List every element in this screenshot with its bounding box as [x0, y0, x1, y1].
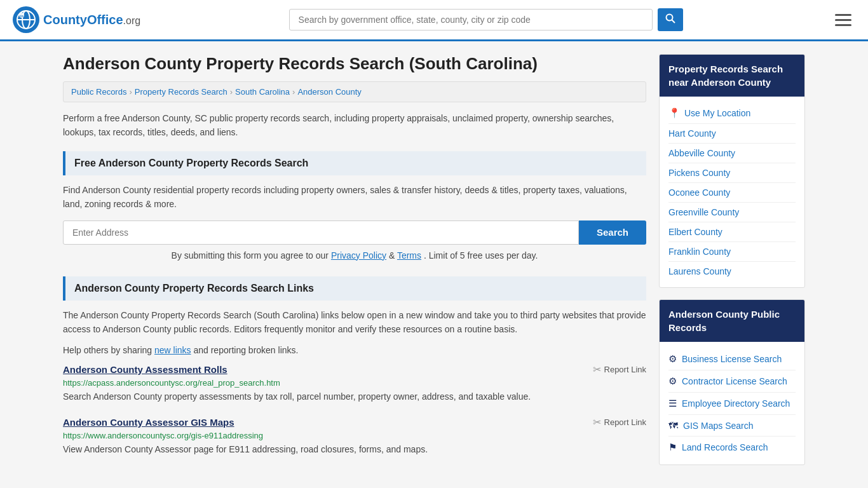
public-record-link-0[interactable]: Business License Search — [682, 354, 782, 364]
address-search-input[interactable] — [63, 220, 579, 245]
record-link-title-1[interactable]: Anderson County Assessor GIS Maps — [63, 417, 234, 428]
logo-text: CountyOffice.org — [43, 13, 140, 27]
record-link-url-0: https://acpass.andersoncountysc.org/real… — [63, 378, 646, 388]
global-search-area — [289, 8, 683, 31]
terms-link[interactable]: Terms — [397, 250, 421, 261]
menu-bar-1 — [835, 14, 851, 16]
public-record-item-row: ⚙ Business License Search — [668, 348, 796, 370]
location-pin-icon: 📍 — [668, 107, 681, 119]
logo-icon: co — [13, 6, 39, 33]
nearby-counties-list: Hart CountyAbbeville CountyPickens Count… — [668, 124, 796, 281]
nearby-county-row: Oconee County — [668, 183, 796, 203]
links-section-header: Anderson County Property Records Search … — [63, 276, 646, 301]
report-link-label-0: Report Link — [604, 365, 646, 374]
public-record-link-4[interactable]: Land Records Search — [682, 442, 768, 452]
public-record-icon-0: ⚙ — [668, 353, 677, 365]
nearby-county-link-0[interactable]: Hart County — [668, 128, 716, 139]
nearby-county-row: Greenville County — [668, 203, 796, 222]
global-search-button[interactable] — [658, 8, 683, 31]
nearby-county-row: Elbert County — [668, 222, 796, 242]
nearby-county-row: Franklin County — [668, 242, 796, 262]
record-links-container: Anderson County Assessment Rolls ✂ Repor… — [63, 363, 646, 456]
links-section: Anderson County Property Records Search … — [63, 276, 646, 456]
breadcrumb: Public Records › Property Records Search… — [63, 81, 646, 102]
breadcrumb-sep-1: › — [129, 87, 132, 97]
nearby-county-link-5[interactable]: Elbert County — [668, 227, 722, 237]
public-records-list: ⚙ Business License Search ⚙ Contractor L… — [668, 348, 796, 458]
record-link-desc-0: Search Anderson County property assessme… — [63, 390, 646, 403]
record-link-item: Anderson County Assessor GIS Maps ✂ Repo… — [63, 416, 646, 456]
report-icon-1: ✂ — [593, 416, 601, 428]
record-link-title-0[interactable]: Anderson County Assessment Rolls — [63, 364, 227, 375]
main-layout: Anderson County Property Records Search … — [53, 41, 815, 488]
nearby-counties-header: Property Records Search near Anderson Co… — [660, 55, 804, 97]
breadcrumb-south-carolina[interactable]: South Carolina — [235, 87, 290, 97]
address-search-button[interactable]: Search — [579, 220, 646, 245]
nearby-county-row: Laurens County — [668, 262, 796, 281]
nearby-county-link-6[interactable]: Franklin County — [668, 247, 731, 257]
share-line: Help others by sharing new links and rep… — [63, 343, 646, 357]
site-header: co CountyOffice.org — [0, 0, 868, 41]
public-records-content: ⚙ Business License Search ⚙ Contractor L… — [660, 342, 804, 464]
sidebar: Property Records Search near Anderson Co… — [659, 54, 805, 477]
public-record-item-row: ☰ Employee Directory Search — [668, 393, 796, 415]
nearby-county-row: Abbeville County — [668, 144, 796, 163]
record-link-header: Anderson County Assessor GIS Maps ✂ Repo… — [63, 416, 646, 428]
public-record-item-row: ⚑ Land Records Search — [668, 437, 796, 458]
svg-point-6 — [666, 15, 672, 21]
free-search-header: Free Anderson County Property Records Se… — [63, 151, 646, 175]
public-records-header: Anderson County Public Records — [660, 300, 804, 342]
breadcrumb-public-records[interactable]: Public Records — [71, 87, 126, 97]
new-links-link[interactable]: new links — [154, 345, 191, 355]
public-record-icon-4: ⚑ — [668, 442, 677, 453]
report-icon-0: ✂ — [593, 363, 601, 376]
public-records-box: Anderson County Public Records ⚙ Busines… — [659, 299, 805, 465]
breadcrumb-anderson-county[interactable]: Anderson County — [297, 87, 361, 97]
record-link-header: Anderson County Assessment Rolls ✂ Repor… — [63, 363, 646, 376]
privacy-policy-link[interactable]: Privacy Policy — [331, 250, 386, 261]
breadcrumb-sep-2: › — [230, 87, 233, 97]
breadcrumb-sep-3: › — [292, 87, 295, 97]
public-record-icon-3: 🗺 — [668, 420, 678, 431]
public-record-link-2[interactable]: Employee Directory Search — [682, 398, 790, 409]
nearby-county-link-7[interactable]: Laurens County — [668, 266, 731, 276]
links-intro: The Anderson County Property Records Sea… — [63, 308, 646, 337]
report-link-button-1[interactable]: ✂ Report Link — [593, 416, 646, 428]
public-record-item-row: ⚙ Contractor License Search — [668, 370, 796, 393]
logo-area[interactable]: co CountyOffice.org — [13, 6, 140, 33]
report-link-label-1: Report Link — [604, 417, 646, 427]
use-my-location-link[interactable]: Use My Location — [684, 108, 750, 118]
nearby-counties-box: Property Records Search near Anderson Co… — [659, 54, 805, 288]
svg-line-7 — [672, 20, 675, 24]
public-record-icon-2: ☰ — [668, 398, 677, 409]
use-my-location-row[interactable]: 📍 Use My Location — [668, 103, 796, 124]
record-link-desc-1: View Anderson County Assessor page for E… — [63, 443, 646, 456]
menu-bar-3 — [835, 24, 851, 26]
breadcrumb-property-records-search[interactable]: Property Records Search — [135, 87, 227, 97]
nearby-counties-content: 📍 Use My Location Hart CountyAbbeville C… — [660, 97, 804, 287]
free-search-section: Free Anderson County Property Records Se… — [63, 151, 646, 262]
nearby-county-link-1[interactable]: Abbeville County — [668, 148, 735, 158]
global-search-input[interactable] — [289, 9, 653, 30]
nearby-county-link-3[interactable]: Oconee County — [668, 187, 730, 198]
record-link-item: Anderson County Assessment Rolls ✂ Repor… — [63, 363, 646, 403]
nearby-county-link-2[interactable]: Pickens County — [668, 168, 730, 178]
public-record-link-3[interactable]: GIS Maps Search — [683, 421, 754, 431]
address-search-form: Search — [63, 220, 646, 245]
content-area: Anderson County Property Records Search … — [63, 54, 646, 477]
hamburger-menu-button[interactable] — [831, 10, 855, 30]
public-record-link-1[interactable]: Contractor License Search — [682, 376, 787, 386]
svg-text:co: co — [20, 14, 24, 18]
nearby-county-row: Hart County — [668, 124, 796, 144]
form-disclaimer: By submitting this form you agree to our… — [63, 248, 646, 262]
menu-bar-2 — [835, 19, 851, 21]
public-record-item-row: 🗺 GIS Maps Search — [668, 415, 796, 437]
report-link-button-0[interactable]: ✂ Report Link — [593, 363, 646, 376]
public-record-icon-1: ⚙ — [668, 376, 677, 387]
record-link-url-1: https://www.andersoncountysc.org/gis-e91… — [63, 431, 646, 440]
page-description: Perform a free Anderson County, SC publi… — [63, 111, 646, 140]
page-title: Anderson County Property Records Search … — [63, 54, 646, 74]
free-search-description: Find Anderson County residential propert… — [63, 183, 646, 212]
nearby-county-link-4[interactable]: Greenville County — [668, 207, 739, 217]
nearby-county-row: Pickens County — [668, 163, 796, 183]
